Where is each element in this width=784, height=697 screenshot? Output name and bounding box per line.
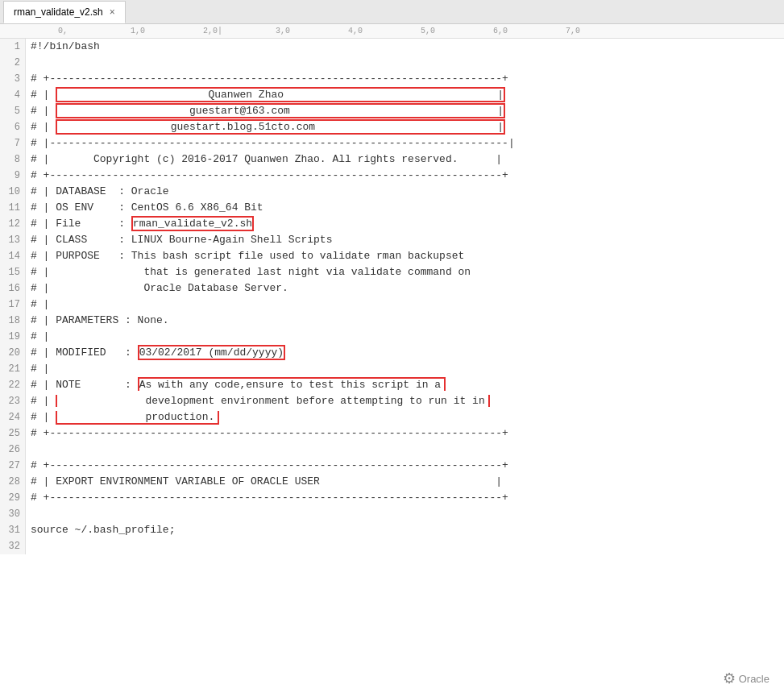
tab-filename: rman_validate_v2.sh: [14, 6, 103, 18]
line-number: 31: [0, 522, 26, 538]
line-number: 32: [0, 538, 26, 554]
line-content: # | that is generated last night via val…: [26, 264, 471, 280]
line-content: # | File : rman_validate_v2.sh: [26, 216, 254, 232]
line-number: 25: [0, 425, 26, 442]
ruler-tick-4: 4,0: [348, 27, 421, 35]
line-content: # |: [26, 297, 49, 313]
line-number: 24: [0, 409, 26, 425]
line-content: # +-------------------------------------…: [26, 71, 508, 87]
line-content: # | Copyright (c) 2016-2017 Quanwen Zhao…: [26, 151, 502, 168]
table-row: 18# | PARAMETERS : None.: [0, 313, 784, 329]
line-number: 22: [0, 377, 26, 393]
ruler-tick-1: 1,0: [131, 27, 203, 35]
line-number: 8: [0, 151, 26, 168]
table-row: 20# | MODIFIED : 03/02/2017 (mm/dd/yyyy): [0, 345, 784, 361]
table-row: 25# +-----------------------------------…: [0, 425, 784, 442]
line-content: # | MODIFIED : 03/02/2017 (mm/dd/yyyy): [26, 345, 285, 361]
table-row: 13# | CLASS : LINUX Bourne-Again Shell S…: [0, 232, 784, 248]
line-content: # | PURPOSE : This bash script file used…: [26, 248, 464, 264]
table-row: 16# | Oracle Database Server.: [0, 280, 784, 297]
line-number: 10: [0, 184, 26, 200]
line-number: 11: [0, 200, 26, 216]
table-row: 9# +------------------------------------…: [0, 168, 784, 184]
line-number: 18: [0, 313, 26, 329]
line-number: 9: [0, 168, 26, 184]
line-content: # |: [26, 361, 49, 377]
line-content: # | CLASS : LINUX Bourne-Again Shell Scr…: [26, 232, 332, 248]
table-row: 32: [0, 538, 784, 554]
ruler: 0, 1,0 2,0| 3,0 4,0 5,0 6,0 7,0: [0, 24, 784, 39]
line-number: 7: [0, 135, 26, 151]
line-content: # | development environment before attem…: [26, 393, 490, 409]
line-content: # | Quanwen Zhao |: [26, 87, 505, 103]
line-number: 6: [0, 119, 26, 135]
line-content: # +-------------------------------------…: [26, 490, 508, 506]
tab-bar: rman_validate_v2.sh ×: [0, 0, 784, 24]
table-row: 10# | DATABASE : Oracle: [0, 184, 784, 200]
file-tab[interactable]: rman_validate_v2.sh ×: [3, 1, 126, 23]
line-content: # | Oracle Database Server.: [26, 280, 288, 297]
ruler-tick-5: 5,0: [421, 27, 493, 35]
line-content: # |: [26, 329, 49, 345]
table-row: 27# +-----------------------------------…: [0, 458, 784, 474]
line-number: 16: [0, 280, 26, 297]
line-number: 14: [0, 248, 26, 264]
code-container: 1#!/bin/bash23# +-----------------------…: [0, 39, 784, 697]
line-number: 2: [0, 55, 26, 71]
table-row: 23# | development environment before att…: [0, 393, 784, 409]
line-number: 3: [0, 71, 26, 87]
line-content: source ~/.bash_profile;: [26, 522, 175, 538]
line-number: 19: [0, 329, 26, 345]
table-row: 2: [0, 55, 784, 71]
line-content: # +-------------------------------------…: [26, 458, 508, 474]
table-row: 17# |: [0, 297, 784, 313]
line-content: # | OS ENV : CentOS 6.6 X86_64 Bit: [26, 200, 263, 216]
table-row: 29# +-----------------------------------…: [0, 490, 784, 506]
line-number: 20: [0, 345, 26, 361]
watermark: ⚙ Oracle: [723, 670, 769, 687]
line-number: 23: [0, 393, 26, 409]
ruler-tick-7: 7,0: [566, 27, 638, 35]
ruler-tick-0: 0,: [58, 27, 131, 35]
line-number: 13: [0, 232, 26, 248]
line-number: 26: [0, 442, 26, 458]
table-row: 30: [0, 506, 784, 522]
line-content: # | EXPORT ENVIRONMENT VARIABLE OF ORACL…: [26, 474, 502, 490]
line-content: # | PARAMETERS : None.: [26, 313, 169, 329]
line-content: # | production.: [26, 409, 219, 425]
line-number: 4: [0, 87, 26, 103]
oracle-icon: ⚙: [723, 670, 736, 687]
line-number: 21: [0, 361, 26, 377]
line-content: # | guestart@163.com |: [26, 103, 505, 119]
table-row: 31source ~/.bash_profile;: [0, 522, 784, 538]
line-number: 15: [0, 264, 26, 280]
table-row: 4# | Quanwen Zhao |: [0, 87, 784, 103]
line-number: 12: [0, 216, 26, 232]
tab-close-button[interactable]: ×: [110, 6, 115, 18]
table-row: 8# | Copyright (c) 2016-2017 Quanwen Zha…: [0, 151, 784, 168]
table-row: 21# |: [0, 361, 784, 377]
line-content: # +-------------------------------------…: [26, 168, 508, 184]
table-row: 22# | NOTE : As with any code,ensure to …: [0, 377, 784, 393]
table-row: 12# | File : rman_validate_v2.sh: [0, 216, 784, 232]
line-number: 28: [0, 474, 26, 490]
table-row: 5# | guestart@163.com |: [0, 103, 784, 119]
table-row: 3# +------------------------------------…: [0, 71, 784, 87]
line-number: 27: [0, 458, 26, 474]
table-row: 7# |------------------------------------…: [0, 135, 784, 151]
ruler-tick-3: 3,0: [276, 27, 348, 35]
line-content: # |-------------------------------------…: [26, 135, 515, 151]
line-number: 30: [0, 506, 26, 522]
line-number: 17: [0, 297, 26, 313]
line-number: 29: [0, 490, 26, 506]
line-number: 1: [0, 39, 26, 55]
table-row: 15# | that is generated last night via v…: [0, 264, 784, 280]
code-wrapper: 1#!/bin/bash23# +-----------------------…: [0, 39, 784, 697]
table-row: 26: [0, 442, 784, 458]
table-row: 11# | OS ENV : CentOS 6.6 X86_64 Bit: [0, 200, 784, 216]
line-content: #!/bin/bash: [26, 39, 100, 55]
table-row: 24# | production.: [0, 409, 784, 425]
table-row: 6# | guestart.blog.51cto.com |: [0, 119, 784, 135]
line-content: # +-------------------------------------…: [26, 425, 508, 442]
table-row: 28# | EXPORT ENVIRONMENT VARIABLE OF ORA…: [0, 474, 784, 490]
